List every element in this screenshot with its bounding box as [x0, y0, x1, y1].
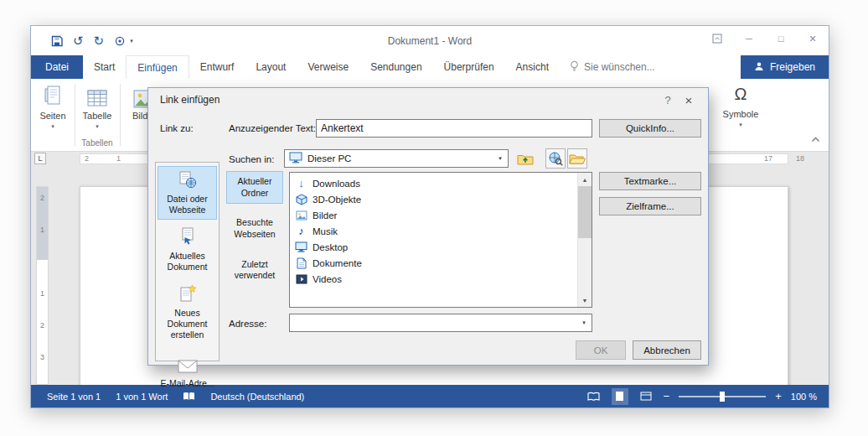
look-in-combobox[interactable]: Dieser PC ▾ [284, 149, 509, 168]
look-in-label: Suchen in: [229, 154, 274, 164]
tab-datei[interactable]: Datei [31, 55, 83, 79]
customize-qat-icon[interactable]: ▾ [130, 38, 133, 44]
file-label: Dokumente [313, 258, 362, 268]
group-separator [120, 84, 121, 146]
scroll-down-icon[interactable]: ▼ [578, 293, 592, 307]
tabelle-button[interactable]: Tabelle ▾ [78, 81, 116, 137]
print-layout-icon[interactable] [612, 388, 628, 405]
zielframe-button[interactable]: Zielframe... [599, 197, 701, 215]
maximize-button[interactable]: □ [765, 26, 797, 51]
dialog-title-bar[interactable]: Link einfügen ? × [148, 88, 708, 112]
sidebar-item-label: E-Mail-Adre... [160, 378, 214, 389]
vertical-ruler[interactable]: 2 1 1 2 3 [36, 186, 49, 385]
sidebar-item-email-address[interactable]: E-Mail-Adre... [158, 356, 216, 392]
zoom-slider[interactable] [679, 396, 766, 397]
page-count[interactable]: Seite 1 von 1 [47, 392, 101, 402]
chevron-down-icon[interactable]: ▾ [493, 150, 508, 167]
touch-mode-icon[interactable] [114, 35, 126, 47]
tab-verweise[interactable]: Verweise [297, 55, 359, 79]
ruler-number: 1 [116, 154, 121, 163]
chevron-down-icon[interactable]: ▾ [576, 314, 592, 331]
tab-einfuegen[interactable]: Einfügen [126, 55, 189, 79]
omega-icon: Ω [735, 81, 747, 106]
redo-icon[interactable]: ↻ [94, 34, 105, 47]
sidebar-item-label: Neues Dokument erstellen [159, 308, 215, 340]
seiten-label: Seiten [39, 111, 65, 121]
file-label: Bilder [313, 210, 337, 221]
help-icon[interactable]: ? [658, 94, 678, 106]
list-item-desktop[interactable]: Desktop [290, 239, 592, 255]
save-icon[interactable] [51, 35, 63, 47]
sidebar-item-label: Aktuelles Dokument [159, 251, 215, 272]
language-indicator[interactable]: Deutsch (Deutschland) [210, 392, 304, 402]
status-right: − + 100 % [586, 388, 829, 405]
tell-me-label: Sie wünschen... [584, 61, 655, 73]
collapse-ribbon-icon[interactable] [811, 133, 820, 145]
symbole-button[interactable]: Ω Symbole ▾ [718, 81, 763, 137]
zoom-out-icon[interactable]: − [664, 390, 670, 402]
adresse-label: Adresse: [229, 319, 266, 329]
quickinfo-button[interactable]: QuickInfo... [599, 119, 701, 138]
tab-ansicht[interactable]: Ansicht [505, 55, 560, 79]
group-separator [75, 84, 75, 146]
music-icon: ♪ [295, 225, 307, 237]
minimize-button[interactable]: ─ [733, 26, 765, 51]
sidebar-item-current-document[interactable]: Aktuelles Dokument [158, 223, 216, 275]
tab-selector[interactable]: L [34, 153, 46, 164]
tab-entwurf[interactable]: Entwurf [189, 55, 245, 79]
web-layout-icon[interactable] [638, 388, 654, 405]
sidebar-item-new-document[interactable]: Neues Dokument erstellen [158, 280, 216, 345]
adresse-combobox[interactable]: ▾ [289, 314, 592, 332]
documents-icon [295, 257, 307, 269]
list-item-music[interactable]: ♪ Musik [290, 223, 592, 239]
zoom-in-icon[interactable]: + [775, 390, 782, 402]
textmarke-button[interactable]: Textmarke... [599, 172, 701, 190]
up-one-folder-button[interactable] [515, 148, 535, 169]
share-button[interactable]: Freigeben [741, 55, 829, 79]
downloads-icon: ↓ [295, 177, 307, 189]
seiten-button[interactable]: Seiten ▾ [34, 81, 71, 137]
scroll-up-icon[interactable]: ▲ [578, 173, 592, 186]
scope-recent-files[interactable]: Zuletzt verwendet [227, 255, 282, 286]
list-item-3d-objects[interactable]: 3D-Objekte [290, 191, 592, 207]
read-mode-icon[interactable] [586, 388, 602, 405]
chevron-down-icon: ▾ [51, 123, 54, 129]
quick-access-toolbar: ↺ ↻ ▾ [31, 34, 133, 47]
sidebar-item-file-or-webpage[interactable]: Datei oder Webseite [158, 167, 216, 219]
tab-layout[interactable]: Layout [245, 55, 297, 79]
ribbon-display-options-icon[interactable] [701, 26, 733, 51]
zoom-slider-thumb[interactable] [720, 392, 725, 402]
lightbulb-icon [570, 60, 579, 75]
ruler-number: 3 [37, 353, 48, 361]
file-webpage-icon [178, 171, 198, 191]
insert-link-dialog: Link einfügen ? × Link zu: Anzuzeigender… [147, 87, 709, 366]
pictures-icon [295, 210, 307, 221]
scrollbar[interactable]: ▲ ▼ [577, 173, 592, 307]
scope-current-folder[interactable]: Aktueller Ordner [227, 172, 282, 203]
zoom-level[interactable]: 100 % [791, 392, 817, 402]
list-item-downloads[interactable]: ↓ Downloads [290, 175, 592, 191]
tab-start[interactable]: Start [83, 55, 126, 79]
scope-browsed-pages[interactable]: Besuchte Webseiten [227, 213, 282, 244]
close-button[interactable]: × [797, 26, 829, 51]
look-in-value: Dieser PC [307, 153, 351, 164]
browse-files-button[interactable] [567, 148, 587, 169]
tell-me-box[interactable]: Sie wünschen... [560, 55, 665, 79]
undo-icon[interactable]: ↺ [73, 34, 84, 47]
list-item-documents[interactable]: Dokumente [290, 255, 592, 271]
abbrechen-button[interactable]: Abbrechen [633, 340, 701, 360]
browse-web-button[interactable] [545, 148, 566, 169]
tab-ueberpruefen[interactable]: Überprüfen [433, 55, 505, 79]
dialog-title: Link einfügen [160, 94, 658, 106]
link-to-sidebar: Datei oder Webseite Aktuelles Dokument N… [155, 162, 220, 361]
proofing-icon[interactable] [183, 392, 195, 401]
close-icon[interactable]: × [678, 93, 700, 107]
list-item-pictures[interactable]: Bilder [290, 207, 592, 223]
link-zu-label: Link zu: [160, 123, 194, 133]
tab-sendungen[interactable]: Sendungen [359, 55, 432, 79]
display-text-input[interactable] [316, 119, 592, 138]
display-text-label: Anzuzeigender Text: [229, 123, 316, 133]
scrollbar-thumb[interactable] [578, 186, 592, 238]
ruler-number: 2 [37, 321, 48, 330]
list-item-videos[interactable]: Videos [290, 271, 592, 287]
